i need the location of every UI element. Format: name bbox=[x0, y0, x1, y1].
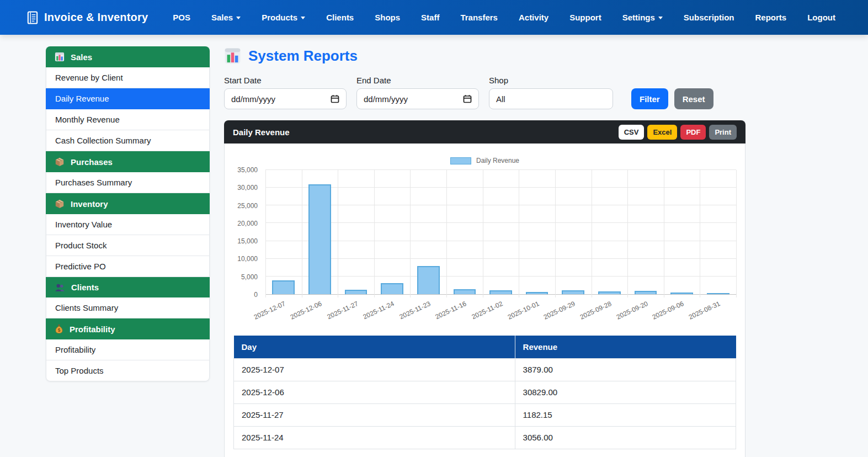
sidebar-section-title: Profitability bbox=[70, 325, 115, 334]
nav-item-pos[interactable]: POS bbox=[162, 8, 201, 26]
sidebar-item-profitability[interactable]: Profitability bbox=[46, 339, 210, 360]
chart-plot bbox=[265, 170, 736, 295]
nav-item-products[interactable]: Products bbox=[251, 8, 316, 26]
end-date-label: End Date bbox=[356, 76, 479, 85]
table-row: 2025-11-271182.15 bbox=[234, 403, 736, 426]
table-cell: 3879.00 bbox=[515, 358, 736, 381]
reset-button[interactable]: Reset bbox=[674, 88, 713, 109]
page-title-text: System Reports bbox=[248, 47, 358, 65]
sidebar-item-purchases-summary[interactable]: Purchases Summary bbox=[46, 172, 210, 193]
h-gridline bbox=[265, 187, 736, 188]
sidebar-section-sales: Sales bbox=[46, 46, 210, 67]
sidebar-item-product-stock[interactable]: Product Stock bbox=[46, 235, 210, 256]
nav-item-staff[interactable]: Staff bbox=[411, 8, 450, 26]
sidebar-section-title: Inventory bbox=[71, 199, 108, 209]
bar-2025-12-06[interactable] bbox=[308, 184, 331, 294]
table-cell: 2025-12-07 bbox=[234, 358, 515, 381]
calendar-icon[interactable] bbox=[463, 94, 472, 103]
table-header-row: DayRevenue bbox=[234, 336, 736, 358]
sidebar-item-predictive-po[interactable]: Predictive PO bbox=[46, 256, 210, 277]
chevron-down-icon bbox=[658, 17, 663, 19]
table-cell: 2025-11-24 bbox=[234, 426, 515, 449]
v-gridline bbox=[627, 170, 628, 297]
bar-2025-11-02[interactable] bbox=[489, 290, 512, 294]
sidebar: SalesRevenue by ClientDaily RevenueMonth… bbox=[46, 46, 210, 381]
filter-button[interactable]: Filter bbox=[631, 88, 668, 109]
bar-2025-10-01[interactable] bbox=[526, 292, 549, 294]
report-card-header: Daily Revenue CSVExcelPDFPrint bbox=[224, 120, 745, 144]
x-tick-label: 2025-10-01 bbox=[506, 300, 540, 321]
export-excel-button[interactable]: Excel bbox=[647, 125, 677, 140]
nav-item-transfers[interactable]: Transfers bbox=[450, 8, 508, 26]
navbar-brand[interactable]: Invoice & Inventory bbox=[26, 10, 148, 25]
v-gridline bbox=[374, 170, 375, 297]
bar-2025-11-23[interactable] bbox=[417, 266, 440, 294]
h-gridline bbox=[265, 241, 736, 241]
h-gridline bbox=[265, 205, 736, 205]
bar-2025-11-27[interactable] bbox=[345, 290, 368, 294]
start-date-label: Start Date bbox=[224, 76, 347, 85]
table-cell: 1182.15 bbox=[515, 403, 736, 426]
chevron-down-icon bbox=[301, 17, 305, 19]
nav-item-subscription[interactable]: Subscription bbox=[673, 8, 745, 26]
v-gridline bbox=[265, 170, 266, 297]
sidebar-item-monthly-revenue[interactable]: Monthly Revenue bbox=[46, 109, 210, 130]
y-tick-label: 5,000 bbox=[241, 273, 258, 281]
sidebar-item-top-products[interactable]: Top Products bbox=[46, 360, 210, 381]
v-gridline bbox=[736, 170, 737, 297]
sidebar-section-clients: Clients bbox=[46, 277, 210, 297]
nav-item-reports[interactable]: Reports bbox=[745, 8, 797, 26]
end-date-input[interactable]: dd/mm/yyyy bbox=[356, 88, 479, 109]
sidebar-item-clients-summary[interactable]: Clients Summary bbox=[46, 297, 210, 318]
nav-item-logout[interactable]: Logout bbox=[797, 8, 846, 26]
bar-2025-12-07[interactable] bbox=[272, 280, 295, 294]
bar-2025-09-29[interactable] bbox=[562, 290, 584, 294]
navbar: Invoice & Inventory POSSalesProductsClie… bbox=[0, 0, 868, 35]
bar-2025-09-06[interactable] bbox=[670, 293, 693, 294]
report-card-title: Daily Revenue bbox=[233, 127, 290, 137]
v-gridline bbox=[446, 170, 447, 297]
nav-item-shops[interactable]: Shops bbox=[364, 8, 411, 26]
page-title: System Reports bbox=[224, 47, 745, 65]
table-row: 2025-11-243056.00 bbox=[234, 426, 736, 449]
start-date-field: Start Date dd/mm/yyyy bbox=[224, 76, 347, 109]
start-date-input[interactable]: dd/mm/yyyy bbox=[224, 88, 347, 109]
y-tick-label: 10,000 bbox=[237, 255, 258, 263]
sidebar-section-purchases: Purchases bbox=[46, 151, 210, 172]
bar-2025-11-24[interactable] bbox=[381, 283, 403, 294]
sidebar-item-inventory-value[interactable]: Inventory Value bbox=[46, 214, 210, 235]
nav-item-support[interactable]: Support bbox=[559, 8, 612, 26]
v-gridline bbox=[664, 170, 664, 297]
nav-item-clients[interactable]: Clients bbox=[316, 8, 364, 26]
export-print-button[interactable]: Print bbox=[709, 125, 737, 140]
export-csv-button[interactable]: CSV bbox=[619, 125, 645, 140]
nav-item-sales[interactable]: Sales bbox=[201, 8, 251, 26]
table-cell: 2025-11-27 bbox=[234, 403, 515, 426]
table-header-revenue: Revenue bbox=[515, 336, 736, 358]
export-buttons: CSVExcelPDFPrint bbox=[619, 125, 737, 140]
x-tick-label: 2025-12-06 bbox=[289, 300, 323, 321]
table-cell: 3056.00 bbox=[515, 426, 736, 449]
nav-item-settings[interactable]: Settings bbox=[612, 8, 673, 26]
nav-item-activity[interactable]: Activity bbox=[508, 8, 559, 26]
v-gridline bbox=[700, 170, 700, 297]
calendar-icon[interactable] bbox=[331, 94, 339, 103]
y-tick-label: 0 bbox=[254, 291, 258, 299]
bar-2025-09-20[interactable] bbox=[635, 291, 657, 294]
sidebar-item-daily-revenue[interactable]: Daily Revenue bbox=[46, 88, 210, 109]
sidebar-section-profitability: $Profitability bbox=[46, 318, 210, 339]
notebook-icon bbox=[26, 10, 39, 25]
chart-legend[interactable]: Daily Revenue bbox=[233, 157, 736, 164]
export-pdf-button[interactable]: PDF bbox=[680, 125, 706, 140]
sidebar-item-cash-collection-summary[interactable]: Cash Collection Summary bbox=[46, 130, 210, 151]
y-tick-label: 25,000 bbox=[237, 202, 258, 210]
sidebar-item-revenue-by-client[interactable]: Revenue by Client bbox=[46, 67, 210, 88]
sidebar-section-inventory: Inventory bbox=[46, 193, 210, 214]
bar-2025-09-28[interactable] bbox=[598, 291, 621, 294]
v-gridline bbox=[592, 170, 592, 297]
bar-2025-08-31[interactable] bbox=[707, 293, 729, 294]
bar-2025-11-16[interactable] bbox=[454, 289, 476, 294]
h-gridline bbox=[265, 276, 736, 277]
sidebar-section-title: Purchases bbox=[71, 157, 113, 167]
shop-select[interactable]: All bbox=[489, 88, 613, 109]
